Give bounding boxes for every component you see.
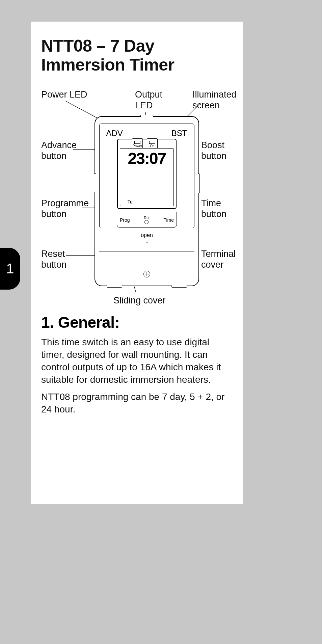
body-paragraph-2: NTT08 programming can be 7 day, 5 + 2, o… xyxy=(41,391,233,416)
callout-programme-button: Programmebutton xyxy=(41,198,89,220)
on-led-icon: On xyxy=(147,138,158,148)
bst-button-label: BST xyxy=(167,127,191,139)
lower-button-row: Prog Rst Time xyxy=(117,212,177,228)
chevron-down-icon: ▽ xyxy=(145,240,149,244)
time-readout: 23:07 xyxy=(128,151,166,167)
callout-sliding-cover: Sliding cover xyxy=(113,295,166,306)
page-title: NTT08 – 7 DayImmersion Timer xyxy=(41,36,233,74)
time-button-label: Time xyxy=(163,217,174,223)
callout-time-button: Timebutton xyxy=(201,198,226,220)
section-heading: 1. General: xyxy=(41,313,233,331)
body-paragraph-1: This time switch is an easy to use digit… xyxy=(41,336,233,386)
adv-button-label: ADV xyxy=(102,127,127,139)
callout-terminal-cover: Terminalcover xyxy=(201,248,236,270)
callout-power-led: Power LED xyxy=(41,89,87,100)
timer-device-illustration: ADV BST Power On 23:07 Tu Prog Rst Time … xyxy=(95,116,199,286)
open-label: open xyxy=(95,232,199,238)
document-page: NTT08 – 7 DayImmersion Timer Power LED O… xyxy=(31,22,243,504)
day-readout: Tu xyxy=(120,199,173,205)
reset-pinhole: Rst xyxy=(144,216,150,224)
callout-advance-button: Advancebutton xyxy=(41,140,77,162)
callout-illuminated-screen: Illuminatedscreen xyxy=(192,89,237,111)
screw-icon xyxy=(143,271,150,277)
lcd-screen: Power On 23:07 Tu xyxy=(117,139,177,209)
device-diagram: Power LED OutputLED Illuminatedscreen Ad… xyxy=(41,80,233,310)
power-led-icon: Power xyxy=(132,138,143,148)
callout-reset-button: Resetbutton xyxy=(41,248,66,270)
callout-boost-button: Boostbutton xyxy=(201,140,226,162)
prog-button-label: Prog xyxy=(120,217,130,223)
callout-output-led: OutputLED xyxy=(135,89,162,111)
page-number-tab: 1 xyxy=(0,248,20,290)
